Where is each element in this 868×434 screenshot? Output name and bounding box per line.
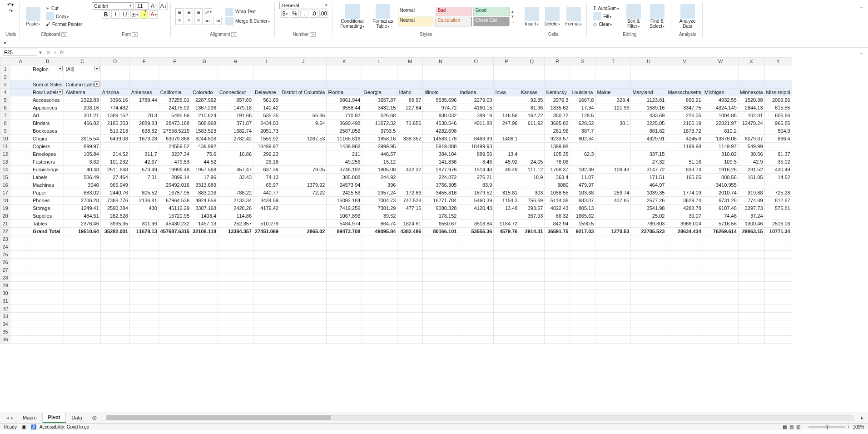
- cell[interactable]: [519, 81, 545, 89]
- cell[interactable]: [494, 328, 519, 336]
- cell[interactable]: [423, 251, 458, 259]
- row-header-32[interactable]: 32: [0, 305, 10, 313]
- data-cell[interactable]: 102.81: [738, 112, 764, 120]
- cell[interactable]: [159, 320, 191, 328]
- cell[interactable]: [519, 243, 545, 251]
- data-cell[interactable]: 3.62: [64, 158, 100, 166]
- cell[interactable]: [570, 243, 595, 251]
- cell[interactable]: [159, 336, 191, 344]
- cell[interactable]: [253, 259, 280, 266]
- data-cell[interactable]: 637.39: [253, 166, 280, 174]
- row-header-12[interactable]: 12: [0, 150, 10, 158]
- data-cell[interactable]: [519, 135, 545, 143]
- data-cell[interactable]: 439.992: [191, 143, 218, 150]
- cell[interactable]: [100, 289, 129, 297]
- cell[interactable]: [159, 289, 191, 297]
- cell[interactable]: [191, 251, 218, 259]
- cell[interactable]: [738, 328, 764, 336]
- data-cell[interactable]: [129, 181, 159, 189]
- worksheet-area[interactable]: ABCDEFGHIJKLMNOPQRSTUVWXY1Region(All)23S…: [0, 57, 868, 412]
- cell[interactable]: [280, 259, 327, 266]
- data-cell[interactable]: 1399.98: [545, 143, 570, 150]
- underline-button[interactable]: U: [121, 10, 129, 19]
- cell[interactable]: [545, 243, 570, 251]
- cell[interactable]: [253, 305, 280, 313]
- row-header-24[interactable]: 24: [0, 243, 10, 251]
- row-header-31[interactable]: 31: [0, 297, 10, 305]
- data-cell[interactable]: 101.96: [595, 104, 631, 112]
- data-cell[interactable]: 1805.08: [362, 166, 397, 174]
- data-cell[interactable]: 1479.18: [218, 104, 253, 112]
- data-cell[interactable]: 141.336: [423, 158, 458, 166]
- cell[interactable]: [64, 289, 100, 297]
- data-cell[interactable]: 880.56: [703, 174, 738, 181]
- cell[interactable]: [570, 251, 595, 259]
- data-cell[interactable]: 3313.689: [191, 181, 218, 189]
- cell[interactable]: [218, 305, 253, 313]
- row-header-8[interactable]: 8: [0, 120, 10, 127]
- cell[interactable]: [764, 328, 792, 336]
- cell[interactable]: [100, 305, 129, 313]
- data-cell[interactable]: 10499.97: [253, 143, 280, 150]
- cell[interactable]: [31, 289, 64, 297]
- data-cell[interactable]: 384.104: [423, 150, 458, 158]
- data-cell[interactable]: 171.51: [631, 174, 666, 181]
- data-cell[interactable]: 896.91: [666, 96, 703, 104]
- data-cell[interactable]: 628.52: [570, 120, 595, 127]
- cell[interactable]: [666, 251, 703, 259]
- data-cell[interactable]: 42.9: [738, 158, 764, 166]
- data-cell[interactable]: 18499.93: [458, 143, 494, 150]
- number-format-select[interactable]: General: [279, 2, 329, 9]
- data-cell[interactable]: 357.93: [519, 212, 545, 220]
- data-cell[interactable]: 506.49: [64, 174, 100, 181]
- data-cell[interactable]: 14.62: [764, 174, 792, 181]
- data-cell[interactable]: 6731.28: [703, 197, 738, 205]
- cell[interactable]: [738, 289, 764, 297]
- data-cell[interactable]: 4120.43: [458, 205, 494, 212]
- data-cell[interactable]: 210.624: [191, 112, 218, 120]
- cell[interactable]: [31, 313, 64, 320]
- data-cell[interactable]: 3396.16: [100, 96, 129, 104]
- data-cell[interactable]: [494, 127, 519, 135]
- data-cell[interactable]: 479.97: [570, 181, 595, 189]
- cell[interactable]: [159, 81, 191, 89]
- data-cell[interactable]: 1788.37: [545, 166, 570, 174]
- data-cell[interactable]: 39.52: [362, 212, 397, 220]
- cell[interactable]: [494, 65, 519, 73]
- cell[interactable]: [494, 243, 519, 251]
- col-header-Y[interactable]: Y: [764, 58, 792, 65]
- cell[interactable]: [253, 235, 280, 243]
- data-cell[interactable]: [494, 96, 519, 104]
- data-cell[interactable]: 1590.5: [570, 220, 595, 228]
- cell[interactable]: [703, 305, 738, 313]
- cell[interactable]: [31, 305, 64, 313]
- data-cell[interactable]: 224.872: [423, 174, 458, 181]
- border-button[interactable]: ⊞: [130, 10, 139, 19]
- cell[interactable]: [31, 336, 64, 344]
- cell[interactable]: [327, 313, 362, 320]
- data-cell[interactable]: 161.05: [738, 174, 764, 181]
- align-launcher-icon[interactable]: ↘: [231, 32, 237, 37]
- data-cell[interactable]: 65.97: [253, 181, 280, 189]
- data-cell[interactable]: 5460.39: [458, 197, 494, 205]
- data-cell[interactable]: 27.32: [631, 158, 666, 166]
- data-cell[interactable]: 1439.968: [327, 143, 362, 150]
- cell[interactable]: [595, 274, 631, 282]
- data-cell[interactable]: [494, 174, 519, 181]
- cell[interactable]: [10, 96, 31, 104]
- cell[interactable]: [631, 243, 666, 251]
- cell[interactable]: [280, 320, 327, 328]
- data-cell[interactable]: 2587.056: [327, 127, 362, 135]
- cell[interactable]: [397, 274, 423, 282]
- cell[interactable]: [703, 251, 738, 259]
- cell[interactable]: [191, 282, 218, 289]
- cell[interactable]: [494, 297, 519, 305]
- cell[interactable]: [280, 289, 327, 297]
- data-cell[interactable]: 27.464: [100, 174, 129, 181]
- row-header-1[interactable]: 1: [0, 65, 10, 73]
- cell[interactable]: [545, 305, 570, 313]
- align-top-icon[interactable]: ≡: [175, 8, 184, 16]
- data-cell[interactable]: [397, 181, 423, 189]
- cell[interactable]: [100, 266, 129, 274]
- data-cell[interactable]: 725.28: [764, 189, 792, 197]
